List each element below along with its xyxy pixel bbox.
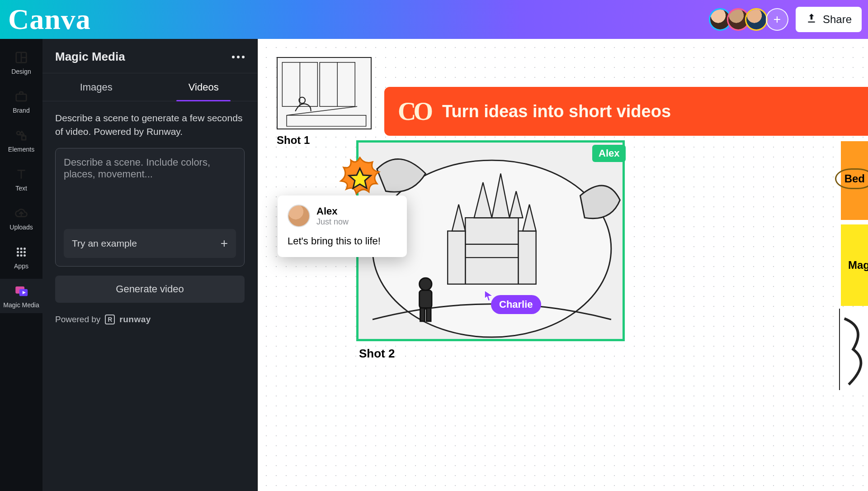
svg-rect-37: [420, 290, 432, 308]
svg-rect-39: [426, 308, 431, 321]
selection-user-tag: Alex: [592, 145, 626, 162]
panel-more-button[interactable]: [232, 56, 245, 58]
generate-video-button[interactable]: Generate video: [55, 276, 245, 303]
panel-body: Describe a scene to generate a few secon…: [42, 101, 257, 334]
svg-point-13: [20, 254, 23, 257]
collaborator-avatars: +: [709, 8, 788, 31]
runway-icon: R: [105, 315, 115, 324]
left-nav-rail: Design Brand Elements Text Uploads: [0, 39, 42, 491]
cloud-upload-icon: [14, 205, 29, 221]
promo-banner: CO Turn ideas into short videos: [384, 87, 868, 136]
tab-videos[interactable]: Videos: [150, 73, 258, 101]
rail-item-brand[interactable]: Brand: [0, 84, 42, 119]
svg-rect-28: [519, 231, 536, 284]
rail-item-elements[interactable]: Elements: [0, 123, 42, 157]
svg-point-12: [17, 254, 19, 257]
rail-item-apps[interactable]: Apps: [0, 240, 42, 274]
text-icon: [14, 167, 29, 182]
powered-prefix: Powered by: [55, 315, 100, 324]
runway-brand: runway: [119, 315, 151, 324]
prompt-input[interactable]: Describe a scene. Include colors, places…: [64, 157, 236, 184]
briefcase-icon: [14, 89, 29, 104]
rail-label: Elements: [8, 146, 34, 153]
svg-rect-18: [278, 58, 371, 129]
rail-item-uploads[interactable]: Uploads: [0, 201, 42, 235]
top-bar-right: + Share: [709, 7, 862, 32]
share-button[interactable]: Share: [796, 7, 862, 32]
prompt-box[interactable]: Describe a scene. Include colors, places…: [55, 148, 245, 267]
plus-icon: +: [221, 236, 228, 251]
panel-header: Magic Media: [42, 39, 257, 73]
magic-media-icon: [14, 283, 29, 299]
svg-rect-27: [448, 231, 465, 284]
rail-label: Text: [15, 185, 27, 192]
rail-item-magic-media[interactable]: Magic Media: [0, 279, 42, 313]
svg-point-14: [24, 254, 26, 257]
panel-tabs: Images Videos: [42, 73, 257, 101]
powered-by: Powered by R runway: [55, 315, 245, 324]
comment-time: Just now: [316, 217, 349, 227]
try-example-label: Try an example: [72, 238, 137, 249]
rail-label: Uploads: [9, 224, 33, 231]
shot-2-label: Shot 2: [359, 347, 395, 361]
rail-item-design[interactable]: Design: [0, 45, 42, 80]
svg-point-9: [17, 251, 19, 253]
svg-point-10: [20, 251, 23, 253]
rail-label: Brand: [13, 107, 29, 114]
rail-item-text[interactable]: Text: [0, 162, 42, 196]
share-icon: [806, 12, 817, 27]
panel-description: Describe a scene to generate a few secon…: [55, 111, 245, 139]
svg-point-6: [17, 248, 19, 250]
svg-point-7: [20, 248, 23, 250]
comment-header: Alex Just now: [288, 205, 397, 227]
remote-cursor-label: Charlie: [491, 295, 541, 314]
banner-text: Turn ideas into short videos: [442, 102, 671, 121]
comment-body: Let's bring this to life!: [288, 235, 397, 247]
storyboard-shot-1[interactable]: Shot 1: [277, 57, 372, 147]
svg-point-36: [420, 278, 432, 290]
svg-point-11: [24, 251, 26, 253]
comment-avatar: [288, 205, 310, 227]
canvas[interactable]: Shot 1 CO Turn ideas into short videos: [258, 39, 868, 491]
rail-label: Apps: [14, 262, 28, 270]
shapes-icon: [14, 128, 29, 143]
note-bed-label: Bed: [835, 168, 868, 189]
rail-label: Magic Media: [3, 301, 39, 309]
svg-rect-5: [22, 136, 26, 140]
svg-rect-26: [465, 218, 518, 284]
star-badge-icon: [338, 157, 382, 200]
svg-rect-38: [420, 308, 425, 321]
top-bar: Canva + Share: [0, 0, 868, 39]
rail-label: Design: [11, 68, 31, 75]
panel-title: Magic Media: [55, 50, 125, 64]
comment-card[interactable]: Alex Just now Let's bring this to life!: [278, 195, 407, 257]
banner-logo-icon: CO: [398, 97, 430, 126]
magic-media-panel: Magic Media Images Videos Describe a sce…: [42, 39, 258, 491]
sketch-peek[interactable]: [839, 309, 868, 390]
try-example-button[interactable]: Try an example +: [64, 229, 236, 258]
svg-rect-3: [16, 94, 27, 101]
svg-point-8: [24, 248, 26, 250]
note-mag-label: Mag: [848, 259, 868, 272]
avatar[interactable]: [745, 8, 768, 31]
tab-images[interactable]: Images: [42, 73, 150, 101]
comment-author: Alex: [316, 205, 349, 217]
apps-grid-icon: [14, 244, 29, 260]
layout-icon: [14, 50, 29, 65]
share-label: Share: [823, 13, 852, 26]
add-collaborator-button[interactable]: +: [766, 8, 788, 31]
canva-logo: Canva: [8, 3, 91, 36]
shot-1-thumbnail[interactable]: [277, 57, 372, 129]
